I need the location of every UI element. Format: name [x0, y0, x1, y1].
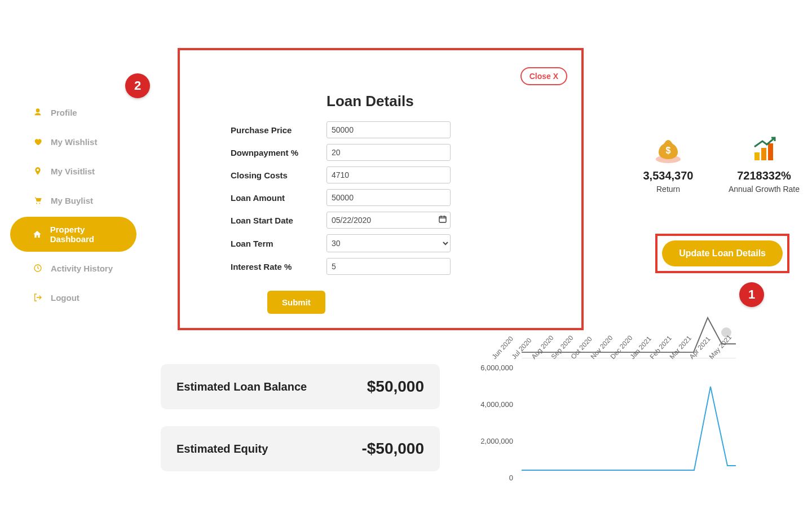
svg-point-1 — [39, 203, 40, 204]
svg-point-0 — [36, 203, 37, 204]
exit-icon — [33, 292, 43, 303]
metric-return: $ 3,534,370 Return — [632, 133, 705, 194]
sidebar-item-profile[interactable]: Profile — [10, 99, 136, 125]
metric-value: 3,534,370 — [632, 169, 705, 182]
sidebar-item-label: Property Dashboard — [50, 225, 125, 244]
loan-amount-label: Loan Amount — [231, 193, 326, 203]
svg-rect-5 — [754, 152, 760, 160]
loan-details-modal: Close X Loan Details Purchase Price Down… — [180, 50, 581, 328]
interest-rate-input[interactable] — [326, 258, 451, 275]
loan-term-select[interactable]: 30 — [326, 234, 451, 252]
cart-icon — [33, 195, 43, 205]
home-icon — [33, 229, 42, 239]
sidebar-item-activity-history[interactable]: Activity History — [10, 255, 136, 281]
sidebar-item-label: My Buylist — [51, 196, 93, 205]
chart-y-axis: 6,000,000 4,000,000 2,000,000 0 — [468, 364, 513, 508]
svg-rect-7 — [768, 143, 773, 160]
sidebar-item-property-dashboard[interactable]: Property Dashboard — [10, 217, 136, 252]
loan-term-label: Loan Term — [231, 239, 326, 248]
metrics-row: $ 3,534,370 Return 7218332% Annual Growt… — [632, 133, 801, 194]
loan-start-date-label: Loan Start Date — [231, 216, 326, 225]
metric-growth-rate: 7218332% Annual Growth Rate — [727, 133, 801, 194]
metric-value: 7218332% — [727, 169, 801, 182]
sidebar: Profile My Wishlist My Visitlist My Buyl… — [0, 96, 147, 314]
submit-button[interactable]: Submit — [267, 291, 325, 314]
interest-rate-label: Interest Rate % — [231, 262, 326, 271]
loan-details-modal-highlight: Close X Loan Details Purchase Price Down… — [178, 48, 584, 330]
loan-start-date-input[interactable] — [326, 212, 451, 229]
sidebar-item-logout[interactable]: Logout — [10, 284, 136, 310]
estimated-equity-card: Estimated Equity -$50,000 — [161, 426, 440, 471]
user-icon — [33, 107, 43, 117]
update-loan-details-button[interactable]: Update Loan Details — [662, 240, 783, 266]
sidebar-item-label: Logout — [51, 293, 80, 303]
card-title: Estimated Equity — [176, 441, 268, 456]
money-bag-icon: $ — [632, 133, 705, 164]
metric-label: Annual Growth Rate — [727, 185, 801, 194]
annotation-badge-1: 1 — [739, 282, 764, 307]
annotation-badge-2: 2 — [125, 73, 150, 98]
loan-amount-input[interactable] — [326, 189, 451, 206]
sidebar-item-buylist[interactable]: My Buylist — [10, 187, 136, 213]
main-line-chart — [522, 375, 736, 471]
svg-text:$: $ — [666, 146, 671, 155]
growth-chart: Jun 2020 Jul 2020 Aug 2020 Sep 2020 Oct … — [468, 313, 739, 474]
metric-label: Return — [632, 185, 705, 194]
sidebar-item-label: My Wishlist — [51, 137, 97, 147]
growth-chart-icon — [727, 133, 801, 164]
card-title: Estimated Loan Balance — [176, 379, 307, 394]
pin-icon — [33, 166, 43, 176]
summary-cards: Estimated Loan Balance $50,000 Estimated… — [161, 364, 440, 488]
sidebar-item-visitlist[interactable]: My Visitlist — [10, 158, 136, 184]
sidebar-item-label: Profile — [51, 108, 77, 117]
purchase-price-input[interactable] — [326, 121, 451, 138]
card-value: -$50,000 — [361, 440, 424, 458]
svg-rect-6 — [761, 148, 766, 160]
closing-costs-label: Closing Costs — [231, 170, 326, 180]
sidebar-item-wishlist[interactable]: My Wishlist — [10, 129, 136, 155]
sidebar-item-label: My Visitlist — [51, 167, 95, 176]
purchase-price-label: Purchase Price — [231, 125, 326, 135]
downpayment-label: Downpayment % — [231, 148, 326, 157]
downpayment-input[interactable] — [326, 144, 451, 161]
modal-title: Loan Details — [326, 93, 559, 110]
close-button[interactable]: Close X — [520, 67, 567, 85]
chart-x-axis: Jun 2020 Jul 2020 Aug 2020 Sep 2020 Oct … — [496, 353, 733, 361]
closing-costs-input[interactable] — [326, 167, 451, 183]
clock-icon — [33, 263, 43, 273]
estimated-loan-balance-card: Estimated Loan Balance $50,000 — [161, 364, 440, 409]
update-loan-highlight: Update Loan Details — [655, 234, 789, 273]
card-value: $50,000 — [367, 378, 424, 396]
sidebar-item-label: Activity History — [51, 264, 113, 273]
heart-icon — [33, 137, 43, 147]
